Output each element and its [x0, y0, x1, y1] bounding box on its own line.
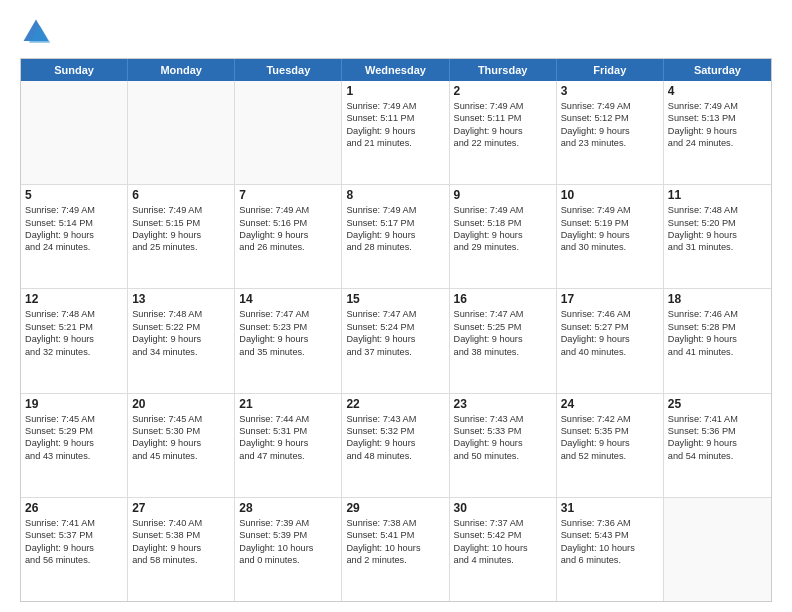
- cell-info-line: Sunrise: 7:43 AM: [346, 413, 444, 425]
- logo: [20, 16, 56, 48]
- day-number: 11: [668, 188, 767, 202]
- day-cell-9: 9Sunrise: 7:49 AMSunset: 5:18 PMDaylight…: [450, 185, 557, 288]
- cell-info-line: Sunrise: 7:46 AM: [668, 308, 767, 320]
- day-number: 19: [25, 397, 123, 411]
- day-cell-3: 3Sunrise: 7:49 AMSunset: 5:12 PMDaylight…: [557, 81, 664, 184]
- cell-info-line: and 28 minutes.: [346, 241, 444, 253]
- cell-info-line: and 25 minutes.: [132, 241, 230, 253]
- day-cell-empty-4-6: [664, 498, 771, 601]
- day-cell-26: 26Sunrise: 7:41 AMSunset: 5:37 PMDayligh…: [21, 498, 128, 601]
- header-cell-monday: Monday: [128, 59, 235, 81]
- day-number: 6: [132, 188, 230, 202]
- cell-info-line: Sunrise: 7:44 AM: [239, 413, 337, 425]
- day-cell-31: 31Sunrise: 7:36 AMSunset: 5:43 PMDayligh…: [557, 498, 664, 601]
- cell-info-line: Daylight: 10 hours: [561, 542, 659, 554]
- cell-info-line: Daylight: 9 hours: [668, 229, 767, 241]
- cell-info-line: Daylight: 9 hours: [561, 125, 659, 137]
- cell-info-line: and 24 minutes.: [668, 137, 767, 149]
- day-number: 9: [454, 188, 552, 202]
- day-cell-2: 2Sunrise: 7:49 AMSunset: 5:11 PMDaylight…: [450, 81, 557, 184]
- cell-info-line: Daylight: 9 hours: [668, 333, 767, 345]
- header-cell-sunday: Sunday: [21, 59, 128, 81]
- day-cell-27: 27Sunrise: 7:40 AMSunset: 5:38 PMDayligh…: [128, 498, 235, 601]
- day-number: 23: [454, 397, 552, 411]
- cell-info-line: and 48 minutes.: [346, 450, 444, 462]
- cell-info-line: Daylight: 9 hours: [454, 333, 552, 345]
- cell-info-line: and 38 minutes.: [454, 346, 552, 358]
- cell-info-line: and 0 minutes.: [239, 554, 337, 566]
- cell-info-line: Sunrise: 7:49 AM: [668, 100, 767, 112]
- day-cell-30: 30Sunrise: 7:37 AMSunset: 5:42 PMDayligh…: [450, 498, 557, 601]
- calendar-row-0: 1Sunrise: 7:49 AMSunset: 5:11 PMDaylight…: [21, 81, 771, 184]
- cell-info-line: Daylight: 9 hours: [668, 125, 767, 137]
- day-number: 4: [668, 84, 767, 98]
- day-number: 29: [346, 501, 444, 515]
- day-number: 26: [25, 501, 123, 515]
- cell-info-line: Sunset: 5:21 PM: [25, 321, 123, 333]
- cell-info-line: Sunset: 5:22 PM: [132, 321, 230, 333]
- cell-info-line: and 52 minutes.: [561, 450, 659, 462]
- day-number: 7: [239, 188, 337, 202]
- cell-info-line: Sunrise: 7:48 AM: [668, 204, 767, 216]
- cell-info-line: and 21 minutes.: [346, 137, 444, 149]
- cell-info-line: Sunrise: 7:49 AM: [239, 204, 337, 216]
- cell-info-line: Sunrise: 7:41 AM: [25, 517, 123, 529]
- day-number: 22: [346, 397, 444, 411]
- day-number: 28: [239, 501, 337, 515]
- header-cell-friday: Friday: [557, 59, 664, 81]
- cell-info-line: Sunset: 5:28 PM: [668, 321, 767, 333]
- calendar: SundayMondayTuesdayWednesdayThursdayFrid…: [20, 58, 772, 602]
- cell-info-line: Sunrise: 7:49 AM: [454, 100, 552, 112]
- cell-info-line: and 26 minutes.: [239, 241, 337, 253]
- cell-info-line: Sunset: 5:38 PM: [132, 529, 230, 541]
- cell-info-line: and 31 minutes.: [668, 241, 767, 253]
- cell-info-line: Sunrise: 7:49 AM: [454, 204, 552, 216]
- cell-info-line: Daylight: 9 hours: [346, 125, 444, 137]
- day-cell-22: 22Sunrise: 7:43 AMSunset: 5:32 PMDayligh…: [342, 394, 449, 497]
- calendar-row-4: 26Sunrise: 7:41 AMSunset: 5:37 PMDayligh…: [21, 497, 771, 601]
- cell-info-line: Sunset: 5:29 PM: [25, 425, 123, 437]
- cell-info-line: Sunset: 5:36 PM: [668, 425, 767, 437]
- day-cell-13: 13Sunrise: 7:48 AMSunset: 5:22 PMDayligh…: [128, 289, 235, 392]
- cell-info-line: and 41 minutes.: [668, 346, 767, 358]
- cell-info-line: and 24 minutes.: [25, 241, 123, 253]
- day-cell-20: 20Sunrise: 7:45 AMSunset: 5:30 PMDayligh…: [128, 394, 235, 497]
- cell-info-line: Daylight: 9 hours: [561, 437, 659, 449]
- day-number: 30: [454, 501, 552, 515]
- calendar-header-row: SundayMondayTuesdayWednesdayThursdayFrid…: [21, 59, 771, 81]
- cell-info-line: Daylight: 9 hours: [25, 333, 123, 345]
- cell-info-line: Sunrise: 7:39 AM: [239, 517, 337, 529]
- cell-info-line: and 37 minutes.: [346, 346, 444, 358]
- cell-info-line: Sunrise: 7:49 AM: [346, 100, 444, 112]
- day-cell-17: 17Sunrise: 7:46 AMSunset: 5:27 PMDayligh…: [557, 289, 664, 392]
- day-cell-12: 12Sunrise: 7:48 AMSunset: 5:21 PMDayligh…: [21, 289, 128, 392]
- cell-info-line: Sunrise: 7:37 AM: [454, 517, 552, 529]
- cell-info-line: Daylight: 10 hours: [239, 542, 337, 554]
- day-number: 31: [561, 501, 659, 515]
- cell-info-line: Daylight: 9 hours: [346, 333, 444, 345]
- day-cell-24: 24Sunrise: 7:42 AMSunset: 5:35 PMDayligh…: [557, 394, 664, 497]
- cell-info-line: Daylight: 9 hours: [132, 333, 230, 345]
- cell-info-line: Sunrise: 7:36 AM: [561, 517, 659, 529]
- day-number: 15: [346, 292, 444, 306]
- cell-info-line: Sunrise: 7:48 AM: [132, 308, 230, 320]
- cell-info-line: and 34 minutes.: [132, 346, 230, 358]
- day-cell-21: 21Sunrise: 7:44 AMSunset: 5:31 PMDayligh…: [235, 394, 342, 497]
- cell-info-line: Sunrise: 7:49 AM: [561, 100, 659, 112]
- logo-icon: [20, 16, 52, 48]
- day-cell-7: 7Sunrise: 7:49 AMSunset: 5:16 PMDaylight…: [235, 185, 342, 288]
- cell-info-line: and 50 minutes.: [454, 450, 552, 462]
- header: [20, 16, 772, 48]
- day-cell-15: 15Sunrise: 7:47 AMSunset: 5:24 PMDayligh…: [342, 289, 449, 392]
- day-cell-28: 28Sunrise: 7:39 AMSunset: 5:39 PMDayligh…: [235, 498, 342, 601]
- header-cell-thursday: Thursday: [450, 59, 557, 81]
- day-number: 16: [454, 292, 552, 306]
- day-number: 3: [561, 84, 659, 98]
- cell-info-line: and 32 minutes.: [25, 346, 123, 358]
- cell-info-line: Sunset: 5:20 PM: [668, 217, 767, 229]
- cell-info-line: Daylight: 9 hours: [132, 437, 230, 449]
- cell-info-line: and 29 minutes.: [454, 241, 552, 253]
- cell-info-line: Sunrise: 7:41 AM: [668, 413, 767, 425]
- cell-info-line: Sunset: 5:16 PM: [239, 217, 337, 229]
- cell-info-line: and 4 minutes.: [454, 554, 552, 566]
